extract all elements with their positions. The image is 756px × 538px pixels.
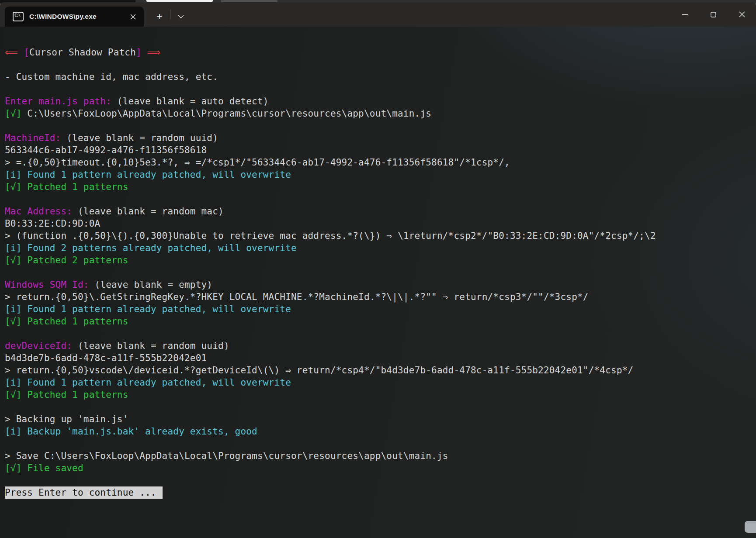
terminal-text-span: (leave blank = random uuid): [61, 133, 218, 143]
terminal-line-36: [5, 474, 756, 486]
close-button[interactable]: [728, 2, 756, 27]
terminal-text-span: > return.{0,50}\.GetStringRegKey.*?HKEY_…: [5, 292, 589, 302]
terminal-text-span: > Save C:\Users\FoxLoop\AppData\Local\Pr…: [5, 451, 448, 461]
terminal-line-19: [5, 266, 756, 279]
terminal-line-25: devDeviceId: (leave blank = random uuid): [5, 340, 756, 352]
terminal-text-span: > =.{0,50}timeout.{0,10}5e3.*?, ⇒ =/*csp…: [5, 157, 510, 168]
terminal-line-33: [5, 438, 756, 450]
terminal-line-27: > return.{0,50}vscode\/deviceid.*?getDev…: [5, 364, 756, 376]
terminal-text-span: [√] Patched 1 patterns: [5, 316, 128, 327]
terminal-text-span: > return.{0,50}vscode\/deviceid.*?getDev…: [5, 365, 633, 376]
terminal-line-17: [i] Found 2 patterns already patched, wi…: [5, 242, 756, 254]
background-window-corner: [745, 521, 756, 533]
terminal-line-28: [i] Found 1 pattern already patched, wil…: [5, 376, 756, 389]
terminal-text-span: [i] Found 1 pattern already patched, wil…: [5, 377, 291, 388]
terminal-line-37: Press Enter to continue ...: [5, 486, 756, 499]
tab-title: C:\WINDOWS\py.exe: [29, 13, 97, 21]
terminal-line-26: b4d3de7b-6add-478c-a11f-555b22042e01: [5, 352, 756, 364]
terminal-text-span: - Custom machine id, mac address, etc.: [5, 72, 218, 82]
terminal-text-span: [√] Patched 1 patterns: [5, 390, 128, 400]
terminal-text-span: Cursor Shadow Patch: [29, 47, 136, 58]
terminal-text-span: B0:33:2E:CD:9D:0A: [5, 218, 100, 229]
terminal-text-span: (leave blank = random uuid): [72, 341, 229, 351]
terminal-line-8: MachineId: (leave blank = random uuid): [5, 132, 756, 144]
terminal-text-span: (leave blank = auto detect): [111, 96, 269, 107]
command-prompt-icon: C:\: [13, 12, 24, 21]
terminal-line-2: [5, 59, 756, 71]
terminal-line-12: [√] Patched 1 patterns: [5, 181, 756, 193]
terminal-line-29: [√] Patched 1 patterns: [5, 389, 756, 401]
minimize-button[interactable]: [671, 2, 699, 27]
terminal-line-11: [i] Found 1 pattern already patched, wil…: [5, 169, 756, 181]
terminal-line-10: > =.{0,50}timeout.{0,10}5e3.*?, ⇒ =/*csp…: [5, 156, 756, 169]
tab-dropdown-button[interactable]: [171, 7, 191, 27]
terminal-text-span: C:\Users\FoxLoop\AppData\Local\Programs\…: [22, 108, 432, 119]
terminal-text-span: (leave blank = empty): [89, 279, 213, 290]
terminal-line-21: > return.{0,50}\.GetStringRegKey.*?HKEY_…: [5, 291, 756, 303]
terminal-line-16: > (function .{0,50}\{).{0,300}Unable to …: [5, 230, 756, 242]
tab-py-exe[interactable]: C:\ C:\WINDOWS\py.exe: [5, 7, 144, 27]
terminal-line-13: [5, 193, 756, 205]
terminal-line-7: [5, 120, 756, 132]
maximize-button[interactable]: [699, 2, 728, 27]
press-enter-prompt: Press Enter to continue ...: [5, 486, 163, 499]
tab-close-icon[interactable]: [127, 11, 139, 22]
terminal-line-14: Mac Address: (leave blank = random mac): [5, 205, 756, 217]
terminal-text-span: devDeviceId:: [5, 341, 72, 351]
terminal-text-span: [√] File saved: [5, 463, 83, 473]
terminal-text-span: [i] Found 1 pattern already patched, wil…: [5, 304, 291, 314]
terminal-text-span: [i] Found 2 patterns already patched, wi…: [5, 243, 297, 253]
terminal-line-24: [5, 328, 756, 340]
terminal-line-9: 563344c6-ab17-4992-a476-f11356f58618: [5, 144, 756, 156]
terminal-text-span: b4d3de7b-6add-478c-a11f-555b22042e01: [5, 353, 207, 363]
new-tab-button[interactable]: +: [150, 7, 169, 27]
terminal-text-span: Mac Address:: [5, 206, 72, 217]
terminal-line-34: > Save C:\Users\FoxLoop\AppData\Local\Pr…: [5, 450, 756, 462]
terminal-text-span: > (function .{0,50}\{).{0,300}Unable to …: [5, 231, 656, 241]
terminal-text-span: ⟹: [142, 47, 160, 58]
terminal-text-span: [: [24, 47, 29, 58]
terminal-line-3: - Custom machine id, mac address, etc.: [5, 71, 756, 83]
terminal-window: C:\ C:\WINDOWS\py.exe +: [0, 2, 756, 538]
terminal-line-20: Windows SQM Id: (leave blank = empty): [5, 279, 756, 291]
titlebar: C:\ C:\WINDOWS\py.exe +: [0, 2, 756, 27]
terminal-line-6: [√] C:\Users\FoxLoop\AppData\Local\Progr…: [5, 107, 756, 120]
terminal-text-span: [√] Patched 1 patterns: [5, 182, 128, 192]
terminal-text-span: [√] Patched 2 patterns: [5, 255, 128, 266]
terminal-line-4: [5, 83, 756, 95]
terminal-text-span: Windows SQM Id:: [5, 279, 89, 290]
terminal-text-span: > Backing up 'main.js': [5, 414, 128, 424]
terminal-line-31: > Backing up 'main.js': [5, 413, 756, 425]
window-controls: [671, 2, 756, 27]
terminal-text-span: [√]: [5, 108, 22, 119]
terminal-screen[interactable]: ⟸ [Cursor Shadow Patch] ⟹ - Custom machi…: [0, 27, 756, 538]
terminal-line-15: B0:33:2E:CD:9D:0A: [5, 217, 756, 230]
terminal-line-22: [i] Found 1 pattern already patched, wil…: [5, 303, 756, 315]
terminal-line-35: [√] File saved: [5, 462, 756, 474]
terminal-text-span: [i] Backup 'main.js.bak' already exists,…: [5, 426, 257, 437]
terminal-text-span: 563344c6-ab17-4992-a476-f11356f58618: [5, 145, 207, 155]
terminal-text-span: Enter main.js path:: [5, 96, 111, 107]
terminal-line-1: ⟸ [Cursor Shadow Patch] ⟹: [5, 46, 756, 59]
tabbar-separator: [170, 10, 170, 19]
terminal-line-18: [√] Patched 2 patterns: [5, 254, 756, 266]
terminal-line-5: Enter main.js path: (leave blank = auto …: [5, 95, 756, 107]
terminal-line-30: [5, 401, 756, 413]
terminal-text-span: (leave blank = random mac): [72, 206, 224, 217]
terminal-text-span: [i] Found 1 pattern already patched, wil…: [5, 169, 291, 180]
terminal-text-span: ⟸: [5, 47, 24, 58]
terminal-line-32: [i] Backup 'main.js.bak' already exists,…: [5, 425, 756, 438]
terminal-text-span: MachineId:: [5, 133, 61, 143]
terminal-line-23: [√] Patched 1 patterns: [5, 315, 756, 328]
background-window-tab-indicator: [146, 0, 213, 2]
terminal-text-span: ]: [136, 47, 142, 58]
